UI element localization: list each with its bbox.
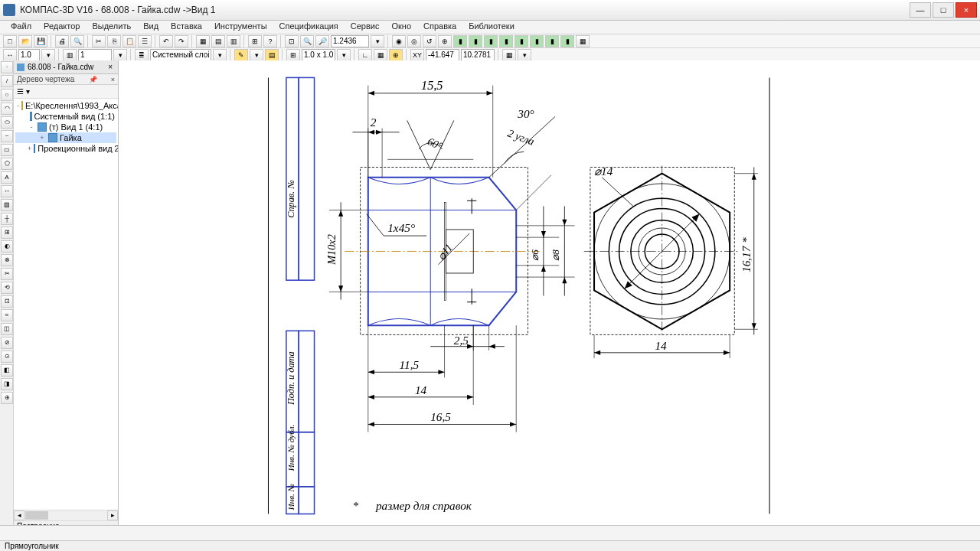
tool-g[interactable]: ◫ <box>1 323 13 335</box>
coord-x[interactable] <box>426 49 459 61</box>
snap-6[interactable]: ▮ <box>469 35 482 47</box>
cut-button[interactable]: ✂ <box>92 35 106 47</box>
tool-spline[interactable]: ~ <box>1 130 13 142</box>
tree-view[interactable]: -E:\Креслення\1993_Аксарин_\Системный ви… <box>14 99 118 510</box>
tb2-btn-2b[interactable]: ▾ <box>250 49 263 61</box>
grid-dd[interactable]: ▾ <box>337 49 351 61</box>
grid-icon[interactable]: ⊞ <box>286 49 300 61</box>
menu-spec[interactable]: Спецификация <box>273 21 345 34</box>
snap-13[interactable]: ▦ <box>576 35 590 47</box>
drawing-canvas[interactable]: Справ. № Подп. и дата Инв. № дубл. Инв. … <box>119 60 980 531</box>
menu-tools[interactable]: Инструменты <box>208 21 273 34</box>
menu-file[interactable]: Файл <box>5 21 38 34</box>
zoom-dd[interactable]: ▾ <box>371 35 384 47</box>
undo-button[interactable]: ↶ <box>159 35 173 47</box>
save-button[interactable]: 💾 <box>34 35 47 47</box>
tool-f[interactable]: ≈ <box>1 309 13 321</box>
grid-input[interactable] <box>302 49 335 61</box>
tool-text[interactable]: A <box>1 171 13 184</box>
scroll-right[interactable]: ▸ <box>107 510 118 520</box>
tree-toggle[interactable]: - <box>17 100 19 111</box>
menu-help[interactable]: Справка <box>417 21 462 34</box>
tb-btn-2[interactable]: ▤ <box>211 35 225 47</box>
close-button[interactable]: × <box>956 2 977 18</box>
tree-node[interactable]: +Проекционный вид 2 (4:1) <box>15 143 116 154</box>
snap-11[interactable]: ▮ <box>545 35 559 47</box>
snap-3[interactable]: ↺ <box>423 35 436 47</box>
snap-1[interactable]: ◉ <box>392 35 406 47</box>
menu-view[interactable]: Вид <box>137 21 165 34</box>
tool-l[interactable]: ⊕ <box>1 392 13 404</box>
snap-10[interactable]: ▮ <box>530 35 544 47</box>
tool-hatch[interactable]: ▨ <box>1 199 13 211</box>
tb2-dd-1[interactable]: ▾ <box>113 49 127 61</box>
scroll-thumb[interactable] <box>25 511 48 520</box>
tool-d[interactable]: ⟲ <box>1 282 13 294</box>
menu-service[interactable]: Сервис <box>345 21 386 34</box>
scroll-left[interactable]: ◂ <box>14 510 24 520</box>
tree-close-icon[interactable]: × <box>111 76 115 83</box>
tree-tool-icon[interactable]: ☰ ▾ <box>17 87 30 96</box>
snap-8[interactable]: ▮ <box>499 35 513 47</box>
layer-icon[interactable]: ≣ <box>135 49 149 61</box>
tree-node[interactable]: Системный вид (1:1) <box>15 111 116 122</box>
tree-toggle[interactable]: + <box>38 132 46 143</box>
tree-node[interactable]: -(т) Вид 1 (4:1) <box>15 122 116 132</box>
open-button[interactable]: 📂 <box>18 35 32 47</box>
tool-ellipse[interactable]: ⬭ <box>1 116 13 129</box>
tree-node[interactable]: -E:\Креслення\1993_Аксарин_\ <box>15 100 116 111</box>
tool-dim[interactable]: ↔ <box>1 185 13 197</box>
minimize-button[interactable]: — <box>910 2 931 18</box>
tb2-btn-4[interactable]: ▦ <box>374 49 387 61</box>
tb-btn-5[interactable]: ? <box>263 35 277 47</box>
snap-12[interactable]: ▮ <box>560 35 574 47</box>
tb2-btn-1[interactable]: ▥ <box>63 49 77 61</box>
layer-input[interactable] <box>150 49 211 61</box>
property-panel[interactable] <box>0 525 980 540</box>
tb2-btn-6[interactable]: ▦ <box>502 49 516 61</box>
menu-libs[interactable]: Библиотеки <box>462 21 521 34</box>
tb2-btn-3[interactable]: ▤ <box>265 49 279 61</box>
props-button[interactable]: ☰ <box>138 35 152 47</box>
zoom-in-button[interactable]: 🔍 <box>300 35 314 47</box>
tool-rect[interactable]: ▭ <box>1 144 13 156</box>
tool-j[interactable]: ◧ <box>1 364 13 377</box>
tree-hscroll[interactable]: ◂ ▸ <box>14 510 118 520</box>
tb-btn-4[interactable]: ⊞ <box>248 35 262 47</box>
snap-5[interactable]: ▮ <box>453 35 467 47</box>
doc-tab-close[interactable]: × <box>106 63 115 71</box>
tool-e[interactable]: ⊡ <box>1 295 13 308</box>
tb2-btn-5[interactable]: ⊕ <box>389 49 403 61</box>
menu-window[interactable]: Окно <box>385 21 417 34</box>
menu-edit[interactable]: Редактор <box>38 21 86 34</box>
tb2-btn-0[interactable]: ↔ <box>3 49 17 61</box>
tool-poly[interactable]: ⬠ <box>1 158 13 170</box>
tool-h[interactable]: ⊘ <box>1 337 13 349</box>
menu-select[interactable]: Выделить <box>86 21 137 34</box>
tool-k[interactable]: ◨ <box>1 378 13 390</box>
tool-axis[interactable]: ┼ <box>1 213 13 225</box>
maximize-button[interactable]: □ <box>933 2 954 18</box>
preview-button[interactable]: 🔍 <box>70 35 84 47</box>
linewidth-input[interactable] <box>18 49 40 61</box>
zoom-fit-button[interactable]: ⊡ <box>285 35 299 47</box>
tree-node[interactable]: +Гайка <box>15 132 116 143</box>
zoom-input[interactable] <box>331 35 369 47</box>
tool-i[interactable]: ⊙ <box>1 350 13 363</box>
tb-btn-1[interactable]: ▦ <box>196 35 210 47</box>
tb2-btn-2[interactable]: ✎ <box>234 49 248 61</box>
tool-circle[interactable]: ○ <box>1 89 13 101</box>
tool-a[interactable]: ◐ <box>1 240 13 253</box>
view-num-input[interactable] <box>78 49 112 61</box>
tb2-dd-0[interactable]: ▾ <box>41 49 55 61</box>
tb2-btn-7[interactable]: ▾ <box>518 49 531 61</box>
tool-table[interactable]: ⊞ <box>1 227 13 239</box>
tree-toggle[interactable]: - <box>28 122 35 132</box>
snap-2[interactable]: ◎ <box>407 35 421 47</box>
document-tab[interactable]: 68.008 - Гайка.cdw × <box>14 60 118 74</box>
layer-dd[interactable]: ▾ <box>213 49 227 61</box>
coord-y[interactable] <box>461 49 495 61</box>
tool-point[interactable]: · <box>1 61 13 73</box>
snap-4[interactable]: ⊕ <box>438 35 452 47</box>
tree-toggle[interactable]: + <box>28 143 31 154</box>
